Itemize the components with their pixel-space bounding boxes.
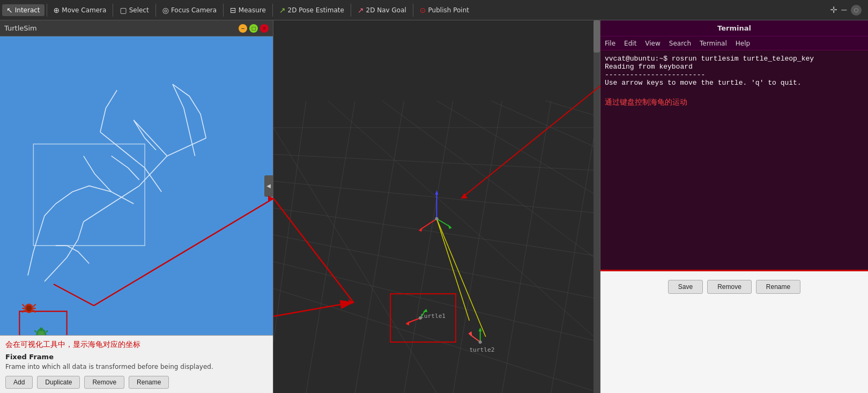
terminal-menu-search[interactable]: Search [669,40,691,47]
terminal-line-1: vvcat@ubuntu:~$ rosrun turtlesim turtle_… [605,55,864,63]
left-panel: TurtleSim − □ ✕ [0,20,273,393]
measure-icon: ⊟ [230,6,236,14]
crosshair-icon[interactable]: ✛ [830,5,837,15]
svg-point-53 [419,316,422,320]
zoom-reset-icon[interactable]: ○ [851,5,862,16]
svg-line-4 [23,304,25,306]
remove-button[interactable]: Remove [84,376,124,389]
terminal-title: Terminal [717,24,751,32]
turtlesim-canvas: ◀ [0,36,273,335]
separator2 [113,4,113,17]
separator4 [223,4,224,17]
focus-camera-icon: ◎ [162,6,169,14]
svg-point-3 [26,305,32,311]
zoom-out-icon[interactable]: − [841,5,848,15]
rviz-scrollbar-thumb[interactable] [593,20,600,53]
annotation-text: 会在可视化工具中，显示海龟对应的坐标 [5,340,268,350]
pose-estimate-button[interactable]: ↗ 2D Pose Estimate [275,4,348,16]
pose-estimate-icon: ↗ [279,6,286,14]
minimize-button[interactable]: − [239,24,247,33]
svg-line-9 [33,310,35,312]
terminal-bottom-panel: Save Remove Rename [600,270,868,393]
move-camera-button[interactable]: ⊕ Move Camera [49,4,111,16]
nav-goal-button[interactable]: ↗ 2D Nav Goal [353,4,411,16]
terminal-annotation: 通过键盘控制海龟的运动 [605,98,864,107]
terminal-panel: Terminal File Edit View Search Terminal … [600,20,868,393]
svg-line-12 [34,330,36,332]
terminal-save-button[interactable]: Save [668,280,703,294]
separator7 [413,4,413,17]
bottom-info-panel: 会在可视化工具中，显示海龟对应的坐标 Fixed Frame Frame int… [0,335,273,393]
terminal-body[interactable]: vvcat@ubuntu:~$ rosrun turtlesim turtle_… [600,50,868,270]
publish-point-icon: ⊙ [420,6,426,14]
terminal-line-4: Use arrow keys to move the turtle. 'q' t… [605,79,864,87]
fixed-frame-title: Fixed Frame [5,353,268,361]
terminal-header: Terminal [600,20,868,36]
select-icon: ▢ [120,6,127,14]
rviz-scrollbar[interactable] [593,20,600,393]
svg-line-6 [23,310,25,312]
terminal-menubar: File Edit View Search Terminal Help [600,36,868,50]
separator6 [351,4,351,17]
terminal-menu-view[interactable]: View [645,40,660,47]
move-camera-icon: ⊕ [54,6,60,14]
turtlesim-header: TurtleSim − □ ✕ [0,20,273,36]
separator5 [272,4,273,17]
terminal-bottom-buttons: Save Remove Rename [605,280,864,294]
separator [47,4,47,17]
interact-button[interactable]: ↖ Interact [2,4,44,16]
focus-camera-button[interactable]: ◎ Focus Camera [158,4,221,16]
toolbar: ↖ Interact ⊕ Move Camera ▢ Select ◎ Focu… [0,0,868,20]
svg-text:turtle2: turtle2 [469,346,494,353]
add-button[interactable]: Add [5,376,33,389]
terminal-menu-file[interactable]: File [605,40,615,47]
publish-point-button[interactable]: ⊙ Publish Point [416,4,473,16]
toolbar-right-icons: ✛ − ○ [830,5,862,16]
rviz-3d-panel[interactable]: turtle1 [273,20,600,393]
terminal-rename-button[interactable]: Rename [756,280,800,294]
maximize-button[interactable]: □ [249,24,258,33]
turtlesim-title: TurtleSim [4,24,37,32]
svg-point-58 [479,340,482,344]
select-button[interactable]: ▢ Select [115,4,153,16]
svg-rect-0 [33,144,145,246]
terminal-menu-terminal[interactable]: Terminal [700,40,727,47]
svg-line-14 [46,330,48,332]
terminal-line-3: ------------------------ [605,71,864,79]
rviz-drawing: turtle1 [273,20,600,393]
fixed-frame-description: Frame into which all data is transformed… [5,362,268,372]
rviz-canvas: turtle1 [273,20,600,393]
svg-text:turtle1: turtle1 [420,313,446,320]
interact-icon: ↖ [6,6,13,14]
duplicate-button[interactable]: Duplicate [37,376,80,389]
svg-point-46 [435,217,438,220]
collapse-panel-button[interactable]: ◀ [264,175,273,197]
terminal-menu-edit[interactable]: Edit [624,40,636,47]
measure-button[interactable]: ⊟ Measure [226,4,270,16]
rename-button[interactable]: Rename [129,376,169,389]
terminal-line-2: Reading from keyboard [605,63,864,71]
separator3 [155,4,156,17]
close-button[interactable]: ✕ [260,24,269,33]
nav-goal-icon: ↗ [358,6,364,14]
svg-line-7 [33,304,35,306]
terminal-remove-button[interactable]: Remove [707,280,752,294]
terminal-menu-help[interactable]: Help [736,40,750,47]
turtlesim-drawing [0,36,273,335]
bottom-action-buttons: Add Duplicate Remove Rename [5,376,268,389]
main-layout: TurtleSim − □ ✕ [0,20,868,393]
svg-point-16 [40,328,43,331]
turtlesim-controls: − □ ✕ [239,24,269,33]
